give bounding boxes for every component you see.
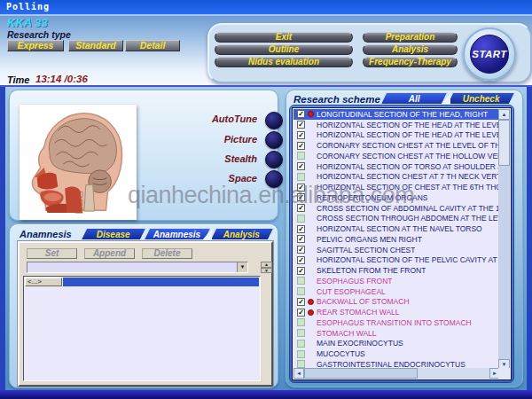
checkbox-icon[interactable] bbox=[297, 318, 305, 326]
checkbox-icon[interactable]: ✓ bbox=[297, 267, 305, 275]
checkbox-icon[interactable]: ✓ bbox=[297, 204, 305, 212]
vertical-scrollbar[interactable]: ▲ ▼ bbox=[498, 109, 510, 370]
research-scheme-label: Research scheme bbox=[293, 94, 380, 105]
research-item-label: HORIZONTAL SECTION OF THE HEAD AT THE LE… bbox=[317, 121, 500, 129]
preparation-button[interactable]: Preparation bbox=[363, 32, 458, 43]
research-item-label: HORIZONTAL SECTION OF TORSO AT SHOULDER … bbox=[317, 162, 500, 171]
tab-anamnesis[interactable]: Anamnesis bbox=[144, 228, 212, 240]
research-list-item[interactable]: CUT ESOPHAGEAL bbox=[293, 286, 500, 297]
checkbox-icon[interactable]: ✓ bbox=[297, 298, 305, 306]
outline-button[interactable]: Outline bbox=[215, 44, 353, 55]
checkbox-icon[interactable]: ✓ bbox=[297, 256, 305, 264]
scroll-up-icon[interactable]: ▲ bbox=[498, 109, 510, 120]
checkbox-icon[interactable] bbox=[297, 329, 305, 337]
anamnesis-selected-row[interactable] bbox=[63, 278, 259, 286]
research-list-item[interactable]: ✓ HORIZONTAL SECTION AT THE NAVEL TORSO bbox=[293, 223, 500, 234]
checkbox-icon[interactable] bbox=[297, 215, 305, 223]
research-list-item[interactable]: ✓ HORIZONTAL SECTION OF THE HEAD AT THE … bbox=[293, 120, 500, 130]
checkbox-icon[interactable]: ✓ bbox=[297, 193, 305, 201]
stealth-button[interactable] bbox=[265, 151, 283, 168]
grid-header-cell[interactable]: <...> bbox=[25, 278, 62, 286]
research-list-item[interactable]: CORONARY SECTION CHEST AT THE HOLLOW VEI… bbox=[293, 151, 500, 161]
research-list-item[interactable]: ✓ SAGITTAL SECTION CHEST bbox=[293, 245, 500, 255]
research-item-label: MAIN EXOCRINOCYTUS bbox=[317, 339, 403, 348]
research-list-item[interactable]: ✓ HORIZONTAL SECTION OF THE PELVIC CAVIT… bbox=[293, 255, 500, 266]
research-list-item[interactable]: ✓ CORONARY SECTION CHEST AT THE LEVEL OF… bbox=[293, 140, 500, 151]
tab-analysis[interactable]: Analysis bbox=[210, 228, 275, 240]
research-list-item[interactable]: ✓ RETROPERITONEUM ORGANS bbox=[293, 192, 500, 203]
set-button[interactable]: Set bbox=[27, 248, 77, 259]
checkbox-icon[interactable]: ✓ bbox=[297, 309, 305, 317]
checkbox-icon[interactable]: ✓ bbox=[297, 110, 305, 118]
anamnesis-section-label: Anamnesis bbox=[20, 229, 72, 239]
research-list-item[interactable]: STOMACH WALL bbox=[293, 328, 500, 339]
checkbox-icon[interactable] bbox=[297, 277, 305, 285]
research-list-item[interactable]: ✓ REAR STOMACH WALL bbox=[293, 307, 500, 317]
window-left-edge bbox=[0, 87, 5, 390]
research-list-item[interactable]: ✓ CROSS SECTION OF ABDOMINAL CAVITY AT T… bbox=[293, 203, 500, 214]
window-titlebar[interactable]: Polling bbox=[0, 0, 532, 14]
picture-label: Picture bbox=[176, 134, 257, 145]
checkbox-icon[interactable]: ✓ bbox=[297, 131, 305, 139]
research-list-item[interactable]: ✓ HORIZONTAL SECTION OF THE HEAD AT THE … bbox=[293, 130, 500, 141]
checkbox-icon[interactable]: ✓ bbox=[297, 121, 305, 129]
checkbox-icon[interactable] bbox=[297, 173, 305, 181]
autotune-button[interactable] bbox=[265, 112, 283, 129]
time-label: Time bbox=[7, 74, 29, 85]
research-type-label: Research type bbox=[7, 29, 71, 40]
vertical-scroll-thumb[interactable] bbox=[498, 120, 510, 166]
head-anatomy-image bbox=[20, 105, 137, 220]
space-button[interactable] bbox=[265, 170, 283, 188]
nidus-evaluation-button[interactable]: Nidus evaluation bbox=[215, 57, 353, 67]
frequency-therapy-button[interactable]: Frequency-Therapy bbox=[363, 57, 458, 67]
checkbox-icon[interactable]: ✓ bbox=[297, 162, 305, 170]
research-list-item[interactable]: MAIN EXOCRINOCYTUS bbox=[293, 339, 500, 349]
checkbox-icon[interactable]: ✓ bbox=[297, 235, 305, 243]
delete-button[interactable]: Delete bbox=[142, 248, 192, 259]
spinner-down-icon[interactable]: ▼ bbox=[261, 268, 272, 274]
checkbox-icon[interactable] bbox=[297, 350, 305, 358]
exit-button[interactable]: Exit bbox=[215, 32, 353, 43]
horizontal-scroll-thumb[interactable] bbox=[304, 368, 418, 379]
anamnesis-list[interactable]: <...> bbox=[23, 276, 261, 381]
research-list-item[interactable]: ✓ BACKWALL OF STOMACH bbox=[293, 297, 500, 308]
standard-button[interactable]: Standard bbox=[68, 40, 123, 51]
checkbox-icon[interactable] bbox=[297, 340, 305, 348]
research-list-item[interactable]: ✓ HORIZONTAL SECTION OF TORSO AT SHOULDE… bbox=[293, 161, 500, 172]
dropdown-arrow-icon[interactable]: ▼ bbox=[237, 262, 247, 272]
express-button[interactable]: Express bbox=[7, 40, 64, 51]
checkbox-icon[interactable] bbox=[297, 287, 305, 295]
research-list-item[interactable]: ESOPHAGUS FRONT bbox=[293, 276, 500, 286]
checkbox-icon[interactable]: ✓ bbox=[297, 225, 305, 233]
marker-dot-icon bbox=[308, 299, 314, 305]
research-list-item[interactable]: CROSS SECTION THROUGH ABDOMEN AT THE LEV… bbox=[293, 214, 500, 224]
start-button[interactable]: START bbox=[463, 27, 516, 81]
research-list-item[interactable]: ✓ LONGITUDINAL SECTION OF THE HEAD, RIGH… bbox=[293, 109, 500, 120]
analysis-button[interactable]: Analysis bbox=[363, 44, 458, 55]
research-list: ✓ LONGITUDINAL SECTION OF THE HEAD, RIGH… bbox=[292, 107, 512, 380]
research-item-label: MUCOCYTUS bbox=[317, 349, 365, 358]
tab-disease[interactable]: Disease bbox=[81, 228, 147, 240]
detail-button[interactable]: Detail bbox=[125, 40, 180, 51]
device-label: KKA 33 bbox=[7, 16, 48, 29]
research-item-label: HORIZONTAL SECTION CHEST AT 7 TH NECK VE… bbox=[317, 172, 500, 181]
scroll-left-icon[interactable]: ◄ bbox=[293, 368, 304, 379]
picture-button[interactable] bbox=[265, 131, 283, 149]
checkbox-icon[interactable]: ✓ bbox=[297, 184, 305, 192]
checkbox-icon[interactable] bbox=[297, 152, 305, 160]
checkbox-icon[interactable]: ✓ bbox=[297, 246, 305, 254]
checkbox-icon[interactable]: ✓ bbox=[297, 142, 305, 150]
tab-uncheck[interactable]: Uncheck bbox=[447, 92, 516, 105]
research-list-item[interactable]: ✓ HORIZONTAL SECTION OF CHEST AT THE 6TH… bbox=[293, 182, 500, 192]
append-button[interactable]: Append bbox=[84, 248, 135, 259]
research-item-label: CORONARY SECTION CHEST AT THE LEVEL OF T… bbox=[317, 141, 500, 150]
research-list-item[interactable]: MUCOCYTUS bbox=[293, 348, 500, 359]
research-list-item[interactable]: HORIZONTAL SECTION CHEST AT 7 TH NECK VE… bbox=[293, 172, 500, 183]
research-list-item[interactable]: ✓ SKELETON FROM THE FRONT bbox=[293, 265, 500, 276]
research-list-item[interactable]: ✓ PELVIC ORGANS MEN RIGHT bbox=[293, 234, 500, 245]
research-list-item[interactable]: ESOPHAGUS TRANSITION INTO STOMACH bbox=[293, 317, 500, 328]
tab-all[interactable]: All bbox=[380, 92, 449, 105]
research-item-label: RETROPERITONEUM ORGANS bbox=[317, 193, 427, 202]
anamnesis-combobox[interactable]: ▼ bbox=[27, 262, 248, 273]
horizontal-scrollbar[interactable]: ◄ ► bbox=[293, 368, 500, 379]
